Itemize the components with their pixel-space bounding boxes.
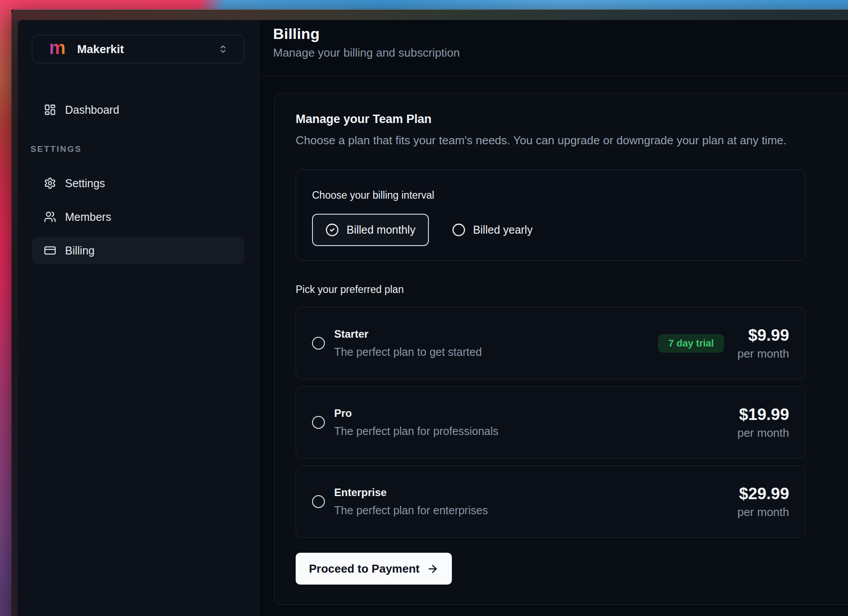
sidebar-item-settings[interactable]: Settings	[32, 169, 244, 197]
workspace-selector[interactable]: m Makerkit	[32, 35, 244, 63]
sidebar-item-dashboard[interactable]: Dashboard	[32, 96, 244, 123]
billing-interval-label: Choose your billing interval	[312, 189, 789, 201]
chevrons-up-down-icon	[218, 44, 228, 54]
billing-interval-options: Billed monthly Billed yearly	[312, 214, 789, 246]
workspace-name: Makerkit	[77, 42, 124, 56]
trial-badge: 7 day trial	[658, 334, 724, 353]
price-block: $9.99 per month	[737, 326, 789, 361]
page-content: Manage your Team Plan Choose a plan that…	[259, 77, 848, 605]
radio-icon[interactable]	[312, 416, 325, 429]
sidebar-section-label: SETTINGS	[31, 144, 244, 154]
sidebar-item-billing[interactable]: Billing	[32, 237, 244, 264]
plan-info: Pro The perfect plan for professionals	[334, 407, 498, 438]
credit-card-icon	[44, 244, 56, 257]
sidebar-item-label: Settings	[65, 177, 105, 190]
plan-row-pro[interactable]: Pro The perfect plan for professionals $…	[296, 386, 806, 458]
sidebar-item-label: Members	[65, 211, 111, 223]
card-description: Choose a plan that fits your team's need…	[296, 134, 848, 147]
plan-right: 7 day trial $9.99 per month	[658, 326, 789, 361]
plan-price: $19.99	[737, 405, 789, 424]
cta-label: Proceed to Payment	[309, 562, 420, 576]
plan-info: Starter The perfect plan to get started	[334, 328, 482, 358]
plan-name: Enterprise	[334, 486, 488, 499]
plan-period: per month	[737, 347, 789, 361]
option-label: Billed monthly	[347, 223, 416, 236]
plan-description: The perfect plan for professionals	[334, 425, 498, 438]
option-label: Billed yearly	[473, 223, 533, 236]
billing-interval-card: Choose your billing interval Billed mont…	[296, 169, 806, 261]
sidebar-item-label: Billing	[65, 244, 95, 257]
circle-icon	[452, 223, 466, 237]
plan-period: per month	[737, 426, 789, 440]
pick-plan-label: Pick your preferred plan	[296, 284, 848, 296]
sidebar: m Makerkit Dashboard SETTINGS Settings	[18, 20, 258, 616]
plan-price: $29.99	[737, 485, 789, 503]
price-block: $19.99 per month	[737, 405, 789, 440]
plan-period: per month	[737, 505, 789, 519]
sidebar-item-members[interactable]: Members	[32, 203, 244, 231]
plan-description: The perfect plan for enterprises	[334, 504, 488, 517]
desktop-wallpaper-left	[0, 0, 12, 616]
main-content: Billing Manage your billing and subscrip…	[258, 20, 848, 616]
plan-list: Starter The perfect plan to get started …	[296, 307, 806, 538]
sidebar-item-label: Dashboard	[65, 104, 119, 116]
radio-icon[interactable]	[312, 337, 325, 350]
plan-right: $29.99 per month	[737, 485, 789, 519]
makerkit-logo-icon: m	[49, 38, 66, 57]
radio-icon[interactable]	[312, 495, 325, 508]
dashboard-icon	[44, 104, 56, 116]
proceed-to-payment-button[interactable]: Proceed to Payment	[296, 553, 452, 585]
plan-name: Pro	[334, 407, 498, 420]
card-title: Manage your Team Plan	[296, 112, 848, 126]
plan-name: Starter	[334, 328, 482, 340]
page-header: Billing Manage your billing and subscrip…	[259, 20, 848, 77]
page-subtitle: Manage your billing and subscription	[273, 46, 848, 60]
users-icon	[44, 211, 56, 223]
plan-row-starter[interactable]: Starter The perfect plan to get started …	[296, 307, 806, 379]
option-billed-monthly[interactable]: Billed monthly	[312, 214, 429, 246]
plan-row-enterprise[interactable]: Enterprise The perfect plan for enterpri…	[296, 466, 806, 538]
plan-right: $19.99 per month	[737, 405, 789, 440]
gear-icon	[44, 177, 56, 189]
window-titlebar[interactable]	[12, 9, 848, 20]
plan-info: Enterprise The perfect plan for enterpri…	[334, 486, 488, 517]
team-plan-card: Manage your Team Plan Choose a plan that…	[274, 93, 848, 605]
check-circle-icon	[325, 223, 339, 237]
price-block: $29.99 per month	[737, 485, 789, 519]
page-title: Billing	[273, 25, 848, 42]
desktop-wallpaper-top	[0, 0, 848, 10]
app-window: m Makerkit Dashboard SETTINGS Settings	[12, 9, 848, 616]
option-billed-yearly[interactable]: Billed yearly	[452, 223, 533, 237]
plan-description: The perfect plan to get started	[334, 346, 482, 358]
arrow-right-icon	[427, 563, 439, 575]
window-body: m Makerkit Dashboard SETTINGS Settings	[18, 20, 848, 616]
plan-price: $9.99	[737, 326, 789, 345]
